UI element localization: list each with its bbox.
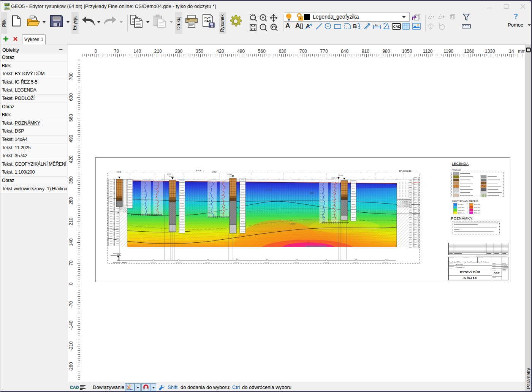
svg-text:3500 m/s: 3500 m/s bbox=[474, 209, 480, 211]
svg-text:420: 420 bbox=[217, 49, 224, 54]
svg-text:CAD: CAD bbox=[70, 385, 79, 389]
svg-text:1:700: 1:700 bbox=[212, 171, 217, 173]
svg-text:1050: 1050 bbox=[402, 49, 412, 54]
svg-text:500 m/s: 500 m/s bbox=[458, 204, 464, 205]
svg-text:300: 300 bbox=[310, 192, 314, 194]
svg-text:35742: 35742 bbox=[502, 263, 506, 265]
svg-text:-140: -140 bbox=[68, 321, 74, 330]
svg-text:1190: 1190 bbox=[443, 49, 453, 54]
svg-text:2000: 2000 bbox=[290, 223, 296, 225]
svg-text:GEOFYZIKÁLNÍ MĚŘENÍ: GEOFYZIKÁLNÍ MĚŘENÍ bbox=[452, 199, 478, 202]
svg-text:140: 140 bbox=[68, 238, 74, 246]
svg-text:420: 420 bbox=[68, 155, 74, 163]
svg-text:770: 770 bbox=[320, 49, 328, 54]
svg-text:700: 700 bbox=[299, 49, 307, 54]
svg-text:IG ŘEZ 5-5: IG ŘEZ 5-5 bbox=[464, 276, 477, 279]
svg-text:1 .700: 1 .700 bbox=[266, 189, 272, 191]
svg-text:Ing. R. Cobosz: Ing. R. Cobosz bbox=[478, 261, 489, 263]
svg-text:140: 140 bbox=[133, 49, 141, 54]
svg-text:-70: -70 bbox=[68, 301, 74, 308]
svg-text:14xA4: 14xA4 bbox=[502, 269, 506, 270]
svg-text:350: 350 bbox=[68, 176, 74, 184]
svg-text:490: 490 bbox=[237, 49, 245, 54]
svg-text:350: 350 bbox=[196, 49, 203, 54]
svg-text:1330: 1330 bbox=[485, 49, 495, 54]
svg-text:280: 280 bbox=[175, 49, 182, 54]
svg-text:630: 630 bbox=[279, 49, 286, 54]
svg-text:11: 11 bbox=[375, 23, 378, 27]
svg-text:490: 490 bbox=[68, 134, 74, 142]
svg-text:1120: 1120 bbox=[423, 49, 433, 54]
svg-text:Bratislava: Bratislava bbox=[456, 264, 463, 266]
svg-text:Przykład s.c.: Przykład s.c. bbox=[456, 266, 465, 268]
svg-text:1:100/200: 1:100/200 bbox=[502, 267, 508, 268]
svg-text:11.2025: 11.2025 bbox=[502, 265, 507, 267]
svg-text:0: 0 bbox=[95, 49, 97, 54]
svg-text:4000 m/s: 4000 m/s bbox=[474, 212, 480, 214]
svg-text:840: 840 bbox=[341, 49, 348, 54]
svg-text:0: 0 bbox=[68, 282, 74, 285]
svg-text:DP+100 1/50: DP+100 1/50 bbox=[399, 170, 411, 172]
svg-text:700: 700 bbox=[68, 73, 74, 80]
svg-text:POZNÁMKY: POZNÁMKY bbox=[451, 216, 473, 220]
svg-text:mm: mm bbox=[518, 49, 525, 54]
svg-text:-280: -280 bbox=[68, 362, 74, 371]
svg-text:630: 630 bbox=[68, 93, 74, 101]
svg-text:LEGENDA: LEGENDA bbox=[452, 162, 469, 166]
svg-text:DSP: DSP bbox=[494, 272, 499, 275]
svg-text:3000 m/s: 3000 m/s bbox=[458, 212, 464, 214]
svg-text:980: 980 bbox=[382, 49, 390, 54]
svg-text:560: 560 bbox=[258, 49, 266, 54]
svg-text:B-5-B: B-5-B bbox=[196, 169, 201, 172]
svg-text:14: 14 bbox=[509, 49, 514, 54]
svg-text:Ing. Edgar Klebs: Ing. Edgar Klebs bbox=[449, 261, 461, 263]
svg-text:CAD: CAD bbox=[204, 19, 211, 23]
svg-text:2000 m/s: 2000 m/s bbox=[458, 209, 464, 211]
svg-text:3000 m/s: 3000 m/s bbox=[474, 204, 480, 205]
svg-text:210: 210 bbox=[154, 49, 162, 54]
svg-text:BYTOVÝ DŮM: BYTOVÝ DŮM bbox=[460, 270, 480, 274]
svg-text:-210: -210 bbox=[68, 341, 74, 350]
svg-text:1000 m/s: 1000 m/s bbox=[458, 207, 464, 209]
svg-text:B: B bbox=[353, 23, 357, 29]
svg-text:1260: 1260 bbox=[464, 49, 474, 54]
svg-text:3250 m/s: 3250 m/s bbox=[474, 207, 480, 209]
svg-text:70: 70 bbox=[114, 49, 119, 54]
svg-text:210: 210 bbox=[68, 218, 74, 225]
svg-text:280: 280 bbox=[68, 197, 74, 204]
svg-text:HV-3: HV-3 bbox=[117, 171, 121, 173]
svg-text:560: 560 bbox=[68, 114, 74, 122]
svg-text:PDF: PDF bbox=[204, 16, 211, 19]
svg-text:PODLOŽÍ: PODLOŽÍ bbox=[452, 168, 461, 171]
svg-text:418.22: 418.22 bbox=[169, 175, 174, 177]
svg-text:70: 70 bbox=[68, 260, 74, 266]
svg-text:J-105: J-105 bbox=[339, 175, 343, 177]
svg-text:910: 910 bbox=[362, 49, 369, 54]
svg-text:CAD: CAD bbox=[393, 25, 401, 28]
svg-text:Ing. Kamil Szpacky: Ing. Kamil Szpacky bbox=[464, 261, 478, 263]
